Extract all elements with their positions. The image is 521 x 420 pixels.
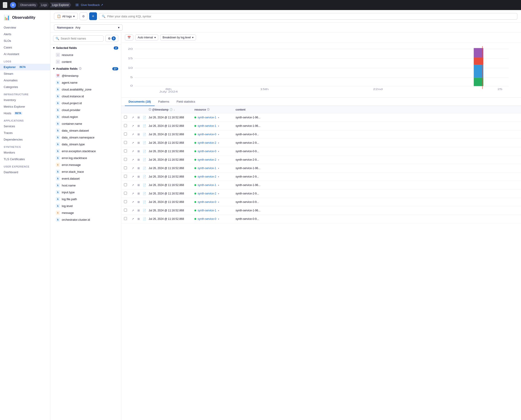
- auto-interval-button[interactable]: Auto interval ▾: [135, 35, 158, 40]
- field-item-timestamp[interactable]: 📅 @timestamp: [50, 72, 121, 79]
- service-name[interactable]: synth-service-1: [198, 116, 216, 119]
- sidebar-item-inventory[interactable]: Inventory: [0, 97, 50, 103]
- field-item-orchestrator-cluster-id[interactable]: k orchestrator.cluster.id: [50, 216, 121, 223]
- sidebar-item-traces[interactable]: Traces: [0, 130, 50, 136]
- service-name[interactable]: synth-service-2: [198, 141, 216, 144]
- expand-button[interactable]: ↗: [130, 208, 135, 213]
- sidebar-item-monitors[interactable]: Monitors: [0, 149, 50, 156]
- fields-search-input[interactable]: [61, 37, 101, 40]
- row-checkbox[interactable]: [124, 150, 130, 153]
- field-item-error-log-stacktrace[interactable]: k error.log.stacktrace: [50, 154, 121, 161]
- table-icon-button[interactable]: ⊞: [136, 216, 141, 221]
- breadcrumb-observability[interactable]: Observability: [18, 2, 38, 8]
- field-item-ds-type[interactable]: k data_stream.type: [50, 141, 121, 148]
- breadcrumb-logs[interactable]: Logs: [39, 2, 49, 8]
- sidebar-item-cases[interactable]: Cases: [0, 44, 50, 51]
- sidebar-item-dashboard[interactable]: Dashboard: [0, 169, 50, 175]
- selected-fields-header[interactable]: ▾ Selected fields 2: [50, 44, 121, 52]
- field-item-cloud-region[interactable]: k cloud.region: [50, 113, 121, 120]
- doc-icon-button[interactable]: 📄: [142, 157, 147, 162]
- doc-icon-button[interactable]: 📄: [142, 183, 147, 188]
- expand-button[interactable]: ↗: [130, 123, 135, 128]
- service-name[interactable]: synth-service-2: [198, 158, 216, 161]
- sort-icon[interactable]: ↓: [174, 108, 175, 111]
- sidebar-item-stream[interactable]: Stream: [0, 70, 50, 77]
- service-name[interactable]: synth-service-0: [198, 200, 216, 204]
- expand-button[interactable]: ↗: [130, 157, 135, 162]
- field-item-content[interactable]: ○ content: [50, 58, 121, 65]
- service-name[interactable]: synth-service-2: [198, 175, 216, 178]
- sidebar-item-tls-certificates[interactable]: TLS Certificates: [0, 156, 50, 163]
- expand-button[interactable]: ↗: [130, 132, 135, 137]
- field-item-container-name[interactable]: k container.name: [50, 120, 121, 127]
- breadcrumb-logs-explorer[interactable]: Logs Explorer: [50, 2, 71, 8]
- doc-icon-button[interactable]: 📄: [142, 132, 147, 137]
- kql-search-bar[interactable]: 🔍: [99, 13, 517, 20]
- doc-icon-button[interactable]: 📄: [142, 149, 147, 154]
- fields-filter-button[interactable]: ⚙ 0: [106, 35, 118, 42]
- expand-button[interactable]: ↗: [130, 115, 135, 120]
- feedback-button[interactable]: β Give feedback ↗: [75, 3, 103, 7]
- expand-button[interactable]: ↗: [130, 200, 135, 204]
- doc-icon-button[interactable]: 📄: [142, 200, 147, 204]
- table-icon-button[interactable]: ⊞: [136, 132, 141, 137]
- service-name[interactable]: synth-service-0: [198, 150, 216, 153]
- table-icon-button[interactable]: ⊞: [136, 123, 141, 128]
- row-checkbox[interactable]: [124, 183, 130, 187]
- field-item-agent-name[interactable]: k agent.name: [50, 79, 121, 86]
- sidebar-item-ai-assistant[interactable]: AI Assistant: [0, 51, 50, 57]
- service-name[interactable]: synth-service-1: [198, 209, 216, 212]
- table-icon-button[interactable]: ⊞: [136, 115, 141, 120]
- field-item-error-message[interactable]: t error.message: [50, 161, 121, 168]
- add-filter-button[interactable]: +: [89, 12, 97, 20]
- field-item-error-stack-trace[interactable]: k error.stack_trace: [50, 168, 121, 175]
- sidebar-item-anomalies[interactable]: Anomalies: [0, 77, 50, 84]
- doc-icon-button[interactable]: 📄: [142, 216, 147, 221]
- field-item-ds-dataset[interactable]: k data_stream.dataset: [50, 127, 121, 134]
- sidebar-item-services[interactable]: Services: [0, 123, 50, 130]
- doc-icon-button[interactable]: 📄: [142, 115, 147, 120]
- field-item-log-file-path[interactable]: k log.file.path: [50, 195, 121, 202]
- namespace-select[interactable]: Namespace Any ▾: [54, 24, 123, 31]
- service-name[interactable]: synth-service-0: [198, 217, 216, 220]
- doc-icon-button[interactable]: 📄: [142, 191, 147, 196]
- doc-icon-button[interactable]: 📄: [142, 140, 147, 145]
- row-checkbox[interactable]: [124, 141, 130, 145]
- sidebar-item-categories[interactable]: Categories: [0, 84, 50, 90]
- service-name[interactable]: synth-service-0: [198, 133, 216, 136]
- sidebar-item-dependencies[interactable]: Dependencies: [0, 136, 50, 143]
- expand-button[interactable]: ↗: [130, 191, 135, 196]
- expand-button[interactable]: ↗: [130, 166, 135, 171]
- hamburger-menu[interactable]: ☰: [3, 2, 7, 8]
- all-logs-button[interactable]: 📋 All logs ▾: [54, 13, 78, 20]
- row-checkbox[interactable]: [124, 124, 130, 128]
- row-checkbox[interactable]: [124, 192, 130, 195]
- field-item-event-dataset[interactable]: k event.dataset: [50, 175, 121, 182]
- sidebar-item-slos[interactable]: SLOs: [0, 38, 50, 44]
- row-checkbox[interactable]: [124, 116, 130, 119]
- sidebar-item-explorer[interactable]: Explorer BETA: [0, 64, 50, 70]
- row-checkbox[interactable]: [124, 133, 130, 136]
- doc-icon-button[interactable]: 📄: [142, 123, 147, 128]
- field-item-ds-namespace[interactable]: k data_stream.namespace: [50, 134, 121, 141]
- expand-button[interactable]: ↗: [130, 174, 135, 179]
- field-item-cloud-az[interactable]: k cloud.availability_zone: [50, 86, 121, 93]
- table-icon-button[interactable]: ⊞: [136, 208, 141, 213]
- breakdown-button[interactable]: Breakdown by log.level ▾: [160, 35, 196, 40]
- row-checkbox[interactable]: [124, 158, 130, 162]
- row-checkbox[interactable]: [124, 200, 130, 204]
- service-name[interactable]: synth-service-1: [198, 183, 216, 187]
- expand-button[interactable]: ↗: [130, 183, 135, 188]
- tab-patterns[interactable]: Patterns: [155, 98, 173, 106]
- expand-button[interactable]: ↗: [130, 216, 135, 221]
- field-item-resource[interactable]: ○ resource: [50, 52, 121, 58]
- doc-icon-button[interactable]: 📄: [142, 208, 147, 213]
- table-icon-button[interactable]: ⊞: [136, 166, 141, 171]
- table-icon-button[interactable]: ⊞: [136, 174, 141, 179]
- sidebar-item-overview[interactable]: Overview: [0, 24, 50, 31]
- kql-search-input[interactable]: [107, 15, 514, 18]
- row-checkbox[interactable]: [124, 209, 130, 212]
- field-item-cloud-provider[interactable]: k cloud.provider: [50, 106, 121, 113]
- field-item-error-stacktrace[interactable]: k error.exception.stacktrace: [50, 148, 121, 154]
- calendar-button[interactable]: 📅: [125, 35, 133, 40]
